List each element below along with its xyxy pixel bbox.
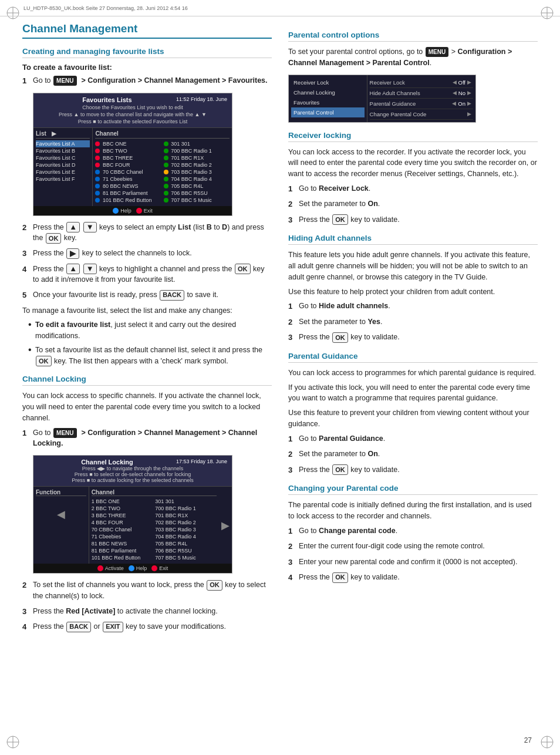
key-back-lock: BACK — [66, 622, 91, 632]
fav-rchan-7: 705 BBC R4L — [164, 183, 230, 190]
fav-col-list: List ▶ Favourites List A Favourites List… — [33, 128, 93, 206]
step-4-num: 4 — [22, 264, 33, 286]
fav-item-5: Favourites List F — [36, 176, 90, 183]
step-4: 4 Press the ▲ ▼ keys to highlight a chan… — [22, 264, 272, 286]
pc-menu-item-3: Parental Control — [291, 107, 365, 117]
lock-title: Channel Locking 17:53 Friday 18. June — [38, 459, 227, 466]
lock-rchan-1: 301 301 — [155, 498, 217, 505]
fav-header: Favourites Lists 11:52 Friday 18. June C… — [33, 93, 232, 128]
recv-step-1-text: Go to Receiver Lock. — [299, 183, 538, 195]
corner-bl — [5, 734, 21, 750]
pc-opt-arrow-left-1: ◀ — [453, 90, 457, 96]
cp-step-2: 2 Enter the current four-digit code usin… — [288, 541, 538, 552]
key-ok-cp: OK — [332, 572, 348, 583]
lock-step-4-num: 4 — [22, 621, 33, 633]
pc-opt-arrow-left-2: ◀ — [452, 100, 456, 106]
fav-rchan-9: 707 BBC 5 Music — [164, 197, 230, 204]
corner-br — [539, 734, 555, 750]
fav-chan-2: BBC TWO — [95, 147, 161, 154]
adult-step-1-text: Go to Hide adult channels. — [299, 301, 538, 312]
lock-sub1: Press ◀▶ to navigate through the channel… — [38, 466, 227, 471]
lock-chan-left: 1 BBC ONE 2 BBC TWO 3 BBC THREE 4 BBC FO… — [92, 498, 153, 561]
fav-rchan-6: 704 BBC Radio 4 — [164, 176, 230, 183]
adult-step-2-num: 2 — [288, 316, 299, 328]
lock-rchan-5: 703 BBC Radio 3 — [155, 526, 217, 533]
bullet-2: • To set a favourite list as the default… — [28, 345, 272, 367]
lock-chan-3: 3 BBC THREE — [92, 512, 153, 519]
key-up: ▲ — [66, 222, 80, 232]
cp-step-2-text: Enter the current four-digit code using … — [299, 541, 538, 552]
manage-text: To manage a favourite list, select the l… — [22, 305, 272, 316]
lock-arrow-right-cont: ▶ — [219, 487, 232, 564]
step-4-text: Press the ▲ ▼ keys to highlight a channe… — [33, 264, 272, 286]
adult-step-2-text: Set the parameter to Yes. — [299, 316, 538, 328]
fav-rchan-3: 701 BBC R1X — [164, 154, 230, 161]
recv-step-1-num: 1 — [288, 183, 299, 195]
key-right: ▶ — [66, 248, 79, 259]
lock-chan-6: 71 Cbeebies — [92, 533, 153, 540]
lock-step-2-text: To set the list of channels you want to … — [33, 579, 272, 602]
lock-step-4-text: Press the BACK or EXIT key to save your … — [33, 621, 272, 633]
key-ok-step4: OK — [235, 264, 251, 274]
fav-rchan-8: 706 BBC R5SU — [164, 190, 230, 197]
parental-heading: Parental control options — [288, 31, 538, 42]
pg-step-3: 3 Press the OK key to validate. — [288, 464, 538, 476]
key-ok-adult: OK — [332, 332, 348, 343]
pc-opt-val-2: On — [458, 100, 465, 107]
fav-chan-3: BBC THREE — [95, 154, 161, 161]
pc-opt-arrow-right-3: ▶ — [467, 111, 471, 117]
pg-body2: If you activate this lock, you will need… — [288, 382, 538, 405]
lock-chan-4: 4 BBC FOUR — [92, 519, 153, 526]
key-ok-lock2: OK — [207, 580, 222, 591]
header-text: LU_HDTP-8530_UK.book Seite 27 Donnerstag… — [23, 5, 188, 11]
parental-screenshot: Receiver Lock Channel Locking Favourites… — [288, 75, 476, 123]
fav-channel-col-right: 301 301 700 BBC Radio 1 701 BBC R1X 702 … — [164, 140, 230, 204]
fav-rchan-4: 702 BBC Radio 2 — [164, 161, 230, 168]
bullet-dot-2: • — [28, 345, 35, 355]
pc-opt-label-1: Hide Adult Channels — [370, 90, 451, 96]
pg-body: You can lock access to programmes for wh… — [288, 368, 538, 379]
bullet-list: • To edit a favourite list, just select … — [28, 319, 272, 366]
lock-step-1-num: 1 — [22, 427, 33, 450]
recv-step-3-num: 3 — [288, 214, 299, 226]
lock-table: Function ◀ Channel 1 BBC ONE 2 BBC TWO 3… — [33, 487, 232, 564]
recv-step-3-text: Press the OK key to validate. — [299, 214, 538, 226]
pg-step-2: 2 Set the parameter to On. — [288, 449, 538, 460]
bold-label-create: To create a favourite list: — [22, 63, 272, 72]
cp-step-4: 4 Press the OK key to validate. — [288, 572, 538, 584]
lock-step-1: 1 Go to MENU > Configuration > Channel M… — [22, 427, 272, 450]
lock-rchan-3: 701 BBC R1X — [155, 512, 217, 519]
pc-option-3: Change Parental Code ▶ — [370, 109, 473, 120]
recv-step-2: 2 Set the parameter to On. — [288, 198, 538, 210]
lock-chan-9: 101 BBC Red Button — [92, 554, 153, 561]
cp-step-3-num: 3 — [288, 557, 299, 568]
cp-step-4-num: 4 — [288, 572, 299, 584]
pc-option-2: Parental Guidance ◀ On ▶ — [370, 99, 473, 109]
lock-sub3: Press ■ to activate locking for the sele… — [38, 477, 227, 483]
adult-step-3-num: 3 — [288, 332, 299, 343]
step-5-text: Once your favourite list is ready, press… — [33, 289, 272, 301]
recv-step-3: 3 Press the OK key to validate. — [288, 214, 538, 226]
bullet-dot-1: • — [28, 320, 35, 329]
cp-step-1-text: Go to Change parental code. — [299, 525, 538, 537]
cp-step-3-text: Enter your new parental code and confirm… — [299, 557, 538, 568]
key-down: ▼ — [83, 222, 97, 232]
fav-item-3: Favourites List D — [36, 161, 90, 168]
cp-step-1: 1 Go to Change parental code. — [288, 525, 538, 537]
lock-col-chan: Channel 1 BBC ONE 2 BBC TWO 3 BBC THREE … — [89, 487, 219, 564]
fav-chan-4: BBC FOUR — [95, 161, 161, 168]
step-1-text: Go to MENU > Configuration > Channel Man… — [33, 75, 272, 87]
section-heading-locking: Channel Locking — [22, 375, 272, 386]
pc-opt-val-1: No — [458, 90, 465, 96]
cp-step-3: 3 Enter your new parental code and confi… — [288, 557, 538, 568]
fav-table: List ▶ Favourites List A Favourites List… — [33, 128, 232, 206]
lock-rchan-6: 704 BBC Radio 4 — [155, 533, 217, 540]
lock-arrow-left: ◀ — [36, 508, 86, 521]
lock-activate-btn: Activate — [97, 565, 124, 571]
pc-options: Receiver Lock ◀ Off ▶ Hide Adult Channel… — [367, 75, 475, 122]
pc-opt-arrow-left-0: ◀ — [453, 79, 457, 85]
fav-sub2: Press ▲ to move to the channel list and … — [38, 112, 227, 117]
fav-chan-5: 70 CBBC Chanel — [95, 168, 161, 176]
pg-step-3-text: Press the OK key to validate. — [299, 464, 538, 476]
receiver-locking-heading: Receiver locking — [288, 131, 538, 142]
